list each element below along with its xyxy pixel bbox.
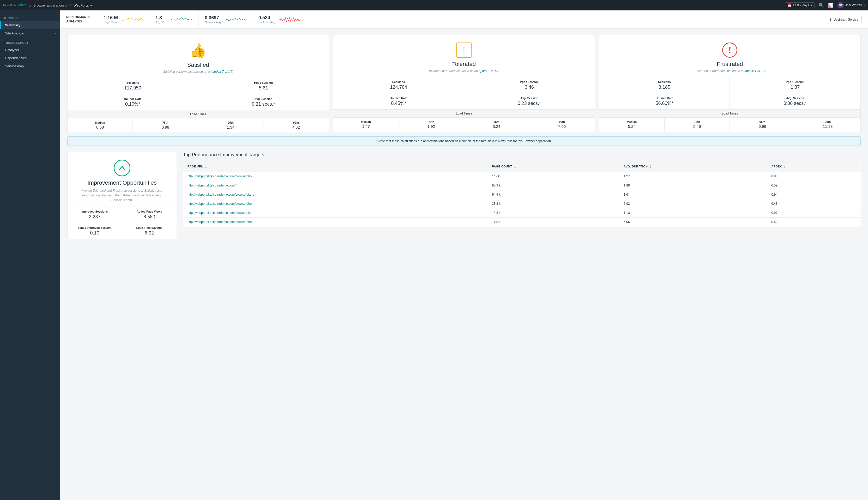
table-row: http://webportal.telco.nrdemo.com/browse… — [183, 217, 861, 227]
satisfied-p99-cell: 99th 4.62 — [263, 118, 329, 132]
satisfied-bounce-cell: Bounce Rate 0.10%* — [68, 94, 198, 110]
sort-arrows-count: ▲▼ — [514, 164, 516, 169]
tolerated-sessions-cell: Sessions 124,764 — [333, 77, 464, 93]
metric-page-views[interactable]: 1.16 M Page Views — [97, 10, 149, 29]
user-menu[interactable]: JW Joel Worrall ▾ — [837, 2, 865, 8]
satisfied-median-cell: Median 0.68 — [68, 118, 133, 132]
frustrated-pgs-cell: Pgs / Session 1.37 — [730, 77, 860, 93]
upstream-btn-label: Upstream Service — [834, 18, 858, 21]
chevron-right-icon: › — [55, 32, 56, 35]
tolerated-apdex-link[interactable]: apdex T of 1.7 — [479, 69, 499, 73]
col-page-count[interactable]: PAGE COUNT ▲▼ — [488, 162, 619, 172]
satisfied-icon: 👍 — [190, 43, 207, 58]
tolerated-avg-session-cell: Avg. Session 0:23 secs.* — [464, 93, 595, 109]
satisfied-apdex-link[interactable]: apdex T of 1.7 — [212, 70, 232, 73]
frustrated-avg-session-cell: Avg. Session 0:08 secs.* — [730, 93, 860, 109]
satisfied-title: Satisfied — [187, 61, 209, 68]
breadcrumb-favorite-icon[interactable]: ☆ — [69, 3, 72, 7]
col-apdex[interactable]: APDEX ▲▼ — [767, 162, 861, 172]
frustrated-p95-cell: 95th 6.96 — [730, 118, 795, 131]
table-cell-page-count: 18.3 k — [488, 208, 619, 217]
improvement-header: Improvement Opportunities Moving Tolerat… — [68, 152, 176, 207]
metric-network-avg[interactable]: 0.0697 Network Avg. — [198, 10, 252, 29]
calendar-icon: 📅 — [787, 3, 791, 7]
frustrated-subtitle: Frustrated performance based on an apdex… — [694, 69, 766, 73]
time-improved-session-cell: Time / Improved Session 0:10 — [68, 223, 122, 239]
table-row: http://webportal.telco.nrdemo.com/browse… — [183, 172, 861, 181]
table-cell-apdex: 0.43 — [767, 199, 861, 208]
table-cell-avg-duration: 1.27 — [619, 172, 767, 181]
avg-perf-sparkline — [171, 16, 192, 23]
frustrated-icon: ! — [722, 43, 737, 58]
table-cell-url[interactable]: http://webportal.telco.nrdemo.com/browse… — [183, 172, 488, 181]
frustrated-apdex-link[interactable]: apdex T of 1.7 — [745, 69, 765, 73]
tolerated-subtitle: Tolerated performance based on an apdex … — [428, 69, 500, 73]
col-page-url[interactable]: PAGE URL ▲▼ — [183, 162, 488, 172]
metric-backend-avg[interactable]: 0.524 Backend Avg. — [252, 10, 306, 29]
home-icon[interactable]: ⌂ — [29, 3, 31, 7]
metric-page-views-label: Page Views — [104, 21, 119, 24]
tolerated-card: ! Tolerated Tolerated performance based … — [333, 35, 595, 132]
frustrated-title: Frustrated — [717, 61, 743, 68]
frustrated-card-header: ! Frustrated Frustrated performance base… — [599, 35, 860, 77]
app-layout: MONITOR Summary Site Analyzer › TROUBLES… — [0, 10, 868, 500]
breadcrumb: Browser applications / ☆ WebPortal ▾ — [33, 3, 92, 7]
load-time-savings-cell: Load Time Savings 6:02 — [122, 223, 176, 239]
frustrated-stats: Sessions 3,185 Pgs / Session 1.37 Bounce… — [599, 77, 860, 109]
sidebar-item-summary[interactable]: Summary — [0, 21, 60, 29]
tolerated-title: Tolerated — [452, 61, 476, 68]
top-perf-section: Top Performance Improvement Targets PAGE… — [183, 152, 861, 239]
added-page-views-cell: Added Page Views 8,580 — [122, 207, 176, 223]
topbar-logo: New Relic ONE™ — [3, 4, 26, 7]
metric-network-avg-label: Network Avg. — [205, 21, 222, 24]
table-cell-url[interactable]: http://webportal.telco.nrdemo.com/browse… — [183, 217, 488, 227]
table-row: http://webportal.telco.nrdemo.com/browse… — [183, 199, 861, 208]
breadcrumb-separator: / — [66, 3, 67, 7]
sidebar-item-site-analyzer[interactable]: Site Analyzer › — [0, 29, 60, 37]
table-cell-url[interactable]: http://webportal.telco.nrdemo.com/browse… — [183, 190, 488, 199]
time-range-picker[interactable]: 📅 Last 7 days ▾ — [785, 2, 814, 8]
breadcrumb-chevron: ▾ — [90, 3, 92, 7]
perf-bar-title: PERFORMANCE ANALYSIS — [60, 15, 97, 23]
table-cell-url[interactable]: http://webportal.telco.nrdemo.com/browse… — [183, 199, 488, 208]
improvement-card: Improvement Opportunities Moving Tolerat… — [67, 152, 177, 239]
improvement-stats: Improved Sessions 2,237 Added Page Views… — [68, 207, 176, 239]
satisfied-p95-cell: 95th 1.34 — [198, 118, 263, 132]
satisfied-p75-cell: 75th 0.98 — [133, 118, 198, 132]
satisfied-sessions-cell: Sessions 117,950 — [68, 78, 198, 94]
breadcrumb-current[interactable]: WebPortal ▾ — [73, 3, 92, 7]
breadcrumb-browser-apps[interactable]: Browser applications — [33, 3, 65, 7]
tolerated-load-times-header: Load Times — [333, 109, 594, 117]
chevron-up-icon — [118, 164, 126, 172]
table-row: http://webportal.telco.nrdemo.com/ 98.3 … — [183, 181, 861, 190]
sidebar-item-datalyzer[interactable]: Datalyzer — [0, 46, 60, 54]
upstream-service-button[interactable]: ⬆ Upstream Service — [826, 16, 862, 23]
table-cell-apdex: 0.59 — [767, 181, 861, 190]
page-views-sparkline — [122, 16, 143, 23]
note-bar: * Note that these calculations are appro… — [67, 136, 861, 146]
tolerated-stats: Sessions 124,764 Pgs / Session 3.46 Boun… — [333, 77, 594, 109]
apdex-cards: 👍 Satisfied Satisfied performance based … — [67, 35, 861, 132]
satisfied-avg-session-cell: Avg. Session 0:21 secs.* — [198, 94, 329, 110]
perf-table-body: http://webportal.telco.nrdemo.com/browse… — [183, 172, 861, 227]
sidebar-item-service-map[interactable]: Service map — [0, 62, 60, 70]
chart-icon[interactable]: 📊 — [828, 3, 833, 8]
sidebar: MONITOR Summary Site Analyzer › TROUBLES… — [0, 10, 60, 500]
satisfied-subtitle: Satisfied performance based on an apdex … — [163, 70, 233, 73]
table-cell-url[interactable]: http://webportal.telco.nrdemo.com/browse… — [183, 208, 488, 217]
table-cell-url[interactable]: http://webportal.telco.nrdemo.com/ — [183, 181, 488, 190]
frustrated-p99-cell: 99th 11.23 — [795, 118, 860, 131]
sort-arrows-apdex: ▲▼ — [784, 164, 786, 169]
frustrated-load-times-header: Load Times — [599, 109, 860, 117]
table-cell-avg-duration: 6.02 — [619, 199, 767, 208]
search-button[interactable]: 🔍 — [819, 3, 824, 8]
table-cell-avg-duration: 1.13 — [619, 208, 767, 217]
improvement-desc: Moving Tolerated and Frustrated sessions… — [73, 188, 171, 202]
tolerated-load-times-row: Median 1.47 75th 1.92 95th 6.24 99th — [333, 117, 594, 131]
frustrated-bounce-cell: Bounce Rate 56.60%* — [599, 93, 730, 109]
table-cell-avg-duration: 1.6 — [619, 190, 767, 199]
metric-avg-perf[interactable]: 1.3 Avg. Perf. — [149, 10, 198, 29]
col-avg-duration[interactable]: AVG. DURATION ▲▼ — [619, 162, 767, 172]
sidebar-item-dependencies[interactable]: Dependencies — [0, 54, 60, 62]
metric-backend-avg-value: 0.524 — [259, 15, 276, 21]
